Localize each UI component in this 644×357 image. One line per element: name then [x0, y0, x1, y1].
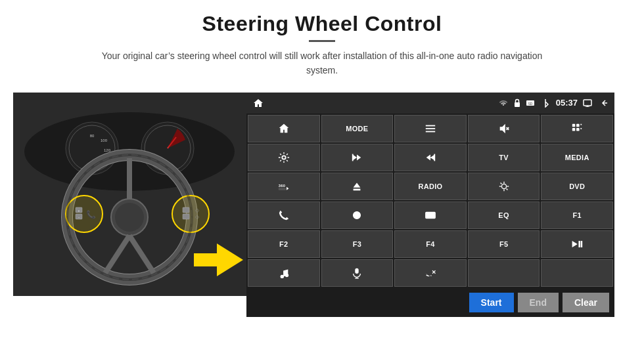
- svg-rect-40: [426, 131, 435, 132]
- svg-rect-48: [581, 128, 582, 129]
- svg-point-68: [280, 274, 283, 278]
- svg-text:120: 120: [104, 148, 111, 152]
- svg-rect-38: [426, 125, 435, 126]
- back-icon: [599, 98, 608, 108]
- status-bar: SD 05:37: [246, 93, 614, 114]
- svg-point-14: [115, 203, 144, 232]
- content-area: 80 100 120: [13, 93, 631, 317]
- btn-empty2: [541, 259, 613, 287]
- clear-button[interactable]: Clear: [563, 293, 609, 312]
- screen-icon: [583, 99, 593, 107]
- svg-text:SD: SD: [528, 102, 532, 106]
- page-wrapper: Steering Wheel Control Your original car…: [0, 0, 644, 357]
- svg-rect-45: [572, 128, 576, 131]
- btn-mute[interactable]: [468, 115, 540, 142]
- svg-point-56: [501, 184, 506, 188]
- btn-apps[interactable]: [541, 115, 613, 142]
- svg-rect-70: [356, 268, 359, 274]
- btn-playpause[interactable]: [541, 230, 613, 258]
- btn-brightness[interactable]: [468, 173, 540, 200]
- status-bar-left: [253, 98, 264, 108]
- svg-rect-51: [434, 154, 435, 161]
- btn-eq[interactable]: EQ: [468, 201, 540, 229]
- btn-360[interactable]: 360: [248, 173, 320, 200]
- btn-f1[interactable]: F1: [541, 201, 613, 229]
- svg-text:◇: ◇: [195, 214, 200, 220]
- btn-mode[interactable]: MODE: [321, 115, 394, 142]
- btn-f5[interactable]: F5: [468, 230, 540, 258]
- wifi-icon: [498, 99, 509, 107]
- bluetooth-icon: [540, 98, 551, 108]
- btn-tv[interactable]: TV: [468, 144, 540, 171]
- svg-text:80: 80: [90, 134, 95, 138]
- end-button[interactable]: End: [518, 293, 559, 312]
- btn-swipe[interactable]: [321, 201, 394, 229]
- svg-line-61: [500, 182, 501, 184]
- btn-f4[interactable]: F4: [394, 230, 467, 258]
- svg-rect-30: [194, 253, 217, 266]
- subtitle-text: Your original car’s steering wheel contr…: [85, 49, 559, 78]
- svg-text:100: 100: [101, 138, 108, 142]
- btn-f3[interactable]: F3: [321, 230, 394, 258]
- svg-text:📞: 📞: [86, 209, 96, 219]
- svg-rect-46: [576, 128, 580, 131]
- page-title: Steering Wheel Control: [85, 12, 559, 36]
- svg-rect-35: [584, 100, 591, 106]
- svg-marker-54: [354, 182, 361, 187]
- btn-prev[interactable]: [321, 144, 394, 171]
- wheel-image: 80 100 120: [13, 93, 246, 296]
- svg-rect-25: [183, 207, 189, 213]
- svg-rect-47: [581, 124, 582, 125]
- btn-phone[interactable]: [248, 201, 320, 229]
- svg-rect-44: [576, 124, 580, 127]
- svg-rect-39: [426, 128, 435, 129]
- btn-f2[interactable]: F2: [248, 230, 320, 258]
- btn-eject[interactable]: [321, 173, 394, 200]
- svg-rect-64: [426, 212, 435, 218]
- btn-settings[interactable]: [248, 144, 320, 171]
- btn-home[interactable]: [248, 115, 320, 142]
- btn-next[interactable]: [394, 144, 467, 171]
- svg-rect-67: [581, 241, 582, 247]
- svg-point-18: [66, 196, 103, 232]
- svg-point-49: [282, 156, 285, 159]
- svg-marker-65: [572, 241, 578, 247]
- sd-icon: SD: [526, 100, 535, 106]
- svg-text:+: +: [78, 209, 80, 213]
- btn-media[interactable]: MEDIA: [541, 144, 613, 171]
- btn-rect[interactable]: [394, 201, 467, 229]
- btn-music[interactable]: [248, 259, 320, 287]
- start-button[interactable]: Start: [469, 293, 514, 312]
- btn-list[interactable]: [394, 115, 467, 142]
- btn-call-end[interactable]: [394, 259, 467, 287]
- svg-rect-26: [183, 214, 189, 219]
- svg-rect-43: [572, 124, 576, 127]
- svg-rect-50: [352, 154, 354, 161]
- btn-radio[interactable]: RADIO: [394, 173, 467, 200]
- svg-line-62: [506, 188, 507, 190]
- status-bar-right: SD 05:37: [498, 98, 608, 108]
- btn-empty1: [468, 259, 540, 287]
- control-panel: SD 05:37: [246, 93, 614, 317]
- svg-text:360: 360: [279, 184, 285, 188]
- svg-text:◇: ◇: [195, 207, 200, 213]
- action-bar: Start End Clear: [246, 288, 614, 317]
- svg-rect-53: [279, 188, 286, 190]
- btn-dvd[interactable]: DVD: [541, 173, 613, 200]
- svg-rect-66: [579, 241, 580, 247]
- home-status-icon: [253, 98, 264, 108]
- svg-point-69: [285, 274, 288, 277]
- title-section: Steering Wheel Control Your original car…: [85, 12, 559, 78]
- status-time: 05:37: [556, 98, 578, 108]
- svg-rect-55: [354, 188, 361, 190]
- button-grid: MODE: [246, 114, 614, 288]
- lock-icon: [514, 98, 520, 108]
- svg-rect-32: [515, 102, 520, 107]
- title-divider: [309, 40, 335, 42]
- btn-mic[interactable]: [321, 259, 394, 287]
